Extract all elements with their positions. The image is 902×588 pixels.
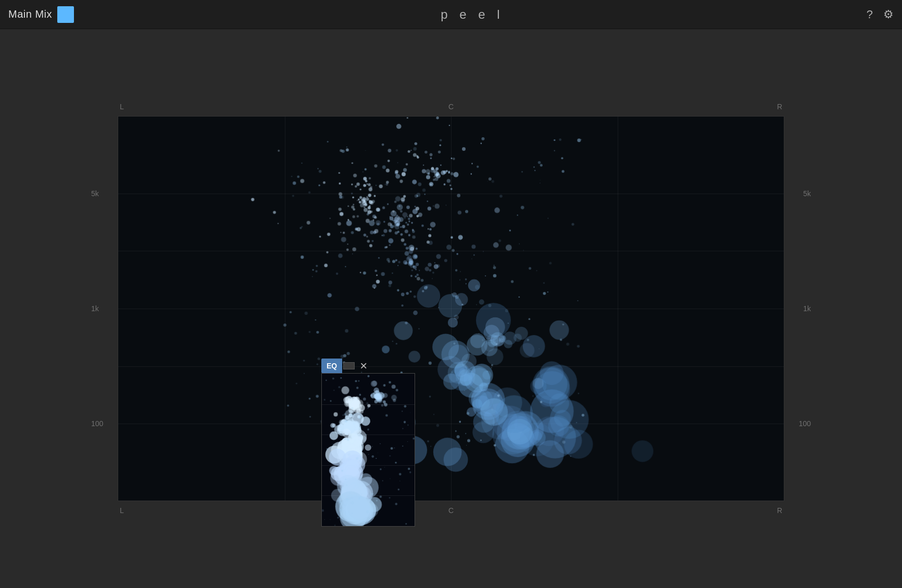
freq-label-100-right: 100 bbox=[799, 419, 811, 428]
eq-popup: EQ × bbox=[321, 359, 415, 527]
particle-display bbox=[118, 117, 784, 501]
axis-bottom-center: C bbox=[448, 506, 454, 515]
header-center: p e e l bbox=[436, 7, 504, 22]
popup-content-area bbox=[321, 373, 415, 527]
freq-label-1k-left: 1k bbox=[91, 304, 99, 313]
axis-bottom-left: L bbox=[120, 506, 124, 515]
axis-top-center: C bbox=[448, 103, 454, 111]
visualizer-container: L C R L C R 5k 1k 100 5k 1k 100 bbox=[118, 116, 784, 501]
peel-logo: p e e l bbox=[436, 7, 504, 22]
axis-top-right: R bbox=[777, 103, 782, 111]
popup-toolbar: EQ × bbox=[321, 359, 415, 373]
axis-bottom-right: R bbox=[777, 506, 782, 515]
expand-button[interactable] bbox=[343, 362, 355, 369]
spectrum-visualizer[interactable]: 5k 1k 100 5k 1k 100 EQ bbox=[118, 116, 784, 501]
freq-label-5k-left: 5k bbox=[91, 189, 99, 198]
axis-top-left: L bbox=[120, 103, 124, 111]
header-bar: Main Mix p e e l ? ⚙ bbox=[0, 0, 902, 29]
freq-label-100-left: 100 bbox=[91, 419, 103, 428]
freq-label-1k-right: 1k bbox=[803, 304, 811, 313]
main-area: L C R L C R 5k 1k 100 5k 1k 100 bbox=[0, 29, 902, 588]
freq-label-5k-right: 5k bbox=[803, 189, 811, 198]
